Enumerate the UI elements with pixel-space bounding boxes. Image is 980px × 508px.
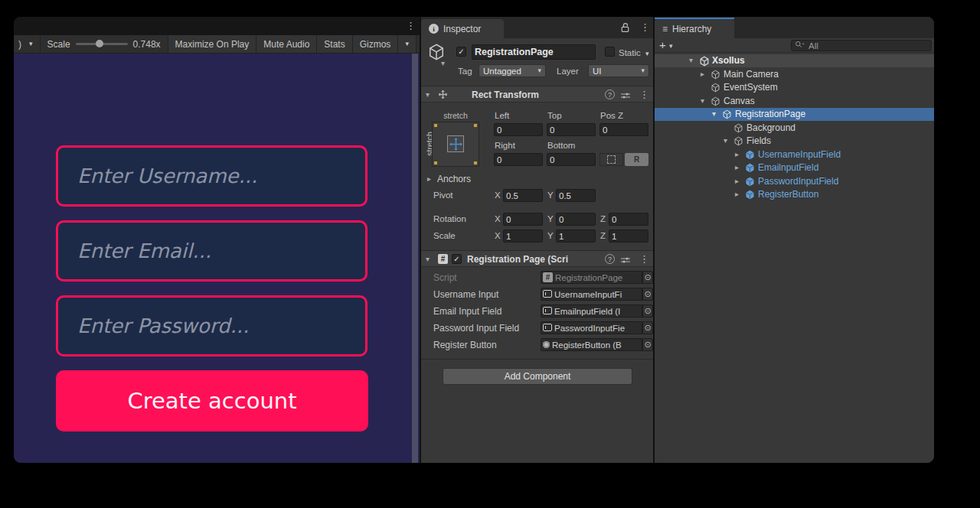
tree-row-selected[interactable]: ▾ RegistrationPage [655,108,934,121]
scale-x-field[interactable] [503,230,543,243]
pivot-y-field[interactable] [556,189,596,202]
create-account-button[interactable]: Create account [56,370,368,431]
anchor-dot [434,161,437,164]
rect-transform-header[interactable]: ▾ Rect Transform ? ⋮ [421,86,653,103]
foldout-arrow[interactable]: ▸ [735,190,743,198]
component-enabled-checkbox[interactable]: ✓ [452,254,462,264]
tree-row[interactable]: ▾ Canvas [655,95,934,108]
object-picker-icon[interactable]: ⊙ [642,288,653,301]
inspector-tabbar: i Inspector ⋮ [421,17,653,38]
password-input-field[interactable] [56,295,368,357]
mute-audio-button[interactable]: Mute Audio [256,35,317,53]
object-picker-icon[interactable]: ⊙ [642,321,653,334]
game-vertical-scrollbar[interactable] [412,54,418,463]
static-dropdown-icon[interactable]: ▾ [645,50,649,57]
create-dropdown-icon[interactable]: ▾ [669,43,673,50]
scale-y-field[interactable] [556,230,596,243]
active-checkbox[interactable]: ✓ [456,47,466,57]
tree-row-scene[interactable]: ▾ Xsollus [655,54,934,67]
tag-dropdown[interactable]: Untagged ▾ [479,64,546,77]
chevron-down-icon: ▾ [29,41,33,47]
foldout-arrow[interactable]: ▸ [735,151,743,158]
maximize-on-play-button[interactable]: Maximize On Play [168,35,257,53]
scale-z-field[interactable] [609,230,648,243]
tree-row-prefab[interactable]: ▸ EmailnputField [655,161,934,174]
gizmos-dropdown[interactable]: ▾ [398,35,416,53]
rotation-z-field[interactable] [609,213,648,226]
posz-field[interactable] [599,123,648,136]
gameobject-name-field[interactable] [472,44,596,60]
game-pane-menu-icon[interactable]: ⋮ [406,21,416,31]
top-field[interactable] [547,123,596,136]
tree-row-prefab[interactable]: ▸ RegisterButton [655,188,934,201]
foldout-arrow[interactable]: ▾ [689,57,697,64]
left-field[interactable] [494,123,543,136]
search-filter-label: All [808,41,818,50]
tree-item-label: Main Camera [724,69,779,80]
email-object-field[interactable]: EmailnputField (I [541,304,642,318]
foldout-arrow[interactable]: ▸ [701,70,708,78]
presets-icon[interactable] [621,91,630,102]
anchors-foldout-arrow[interactable]: ▸ [427,175,435,183]
component-menu-icon[interactable]: ⋮ [639,90,649,99]
create-button[interactable]: + [659,38,666,51]
active-tab-indicator [655,18,734,19]
tab-hierarchy[interactable]: ≡ Hierarchy [655,19,734,38]
scale-slider-knob[interactable] [96,40,103,47]
tree-row[interactable]: Background [655,122,934,135]
object-picker-icon[interactable]: ⊙ [642,304,653,318]
inspector-menu-icon[interactable]: ⋮ [640,22,650,32]
foldout-arrow[interactable]: ▸ [735,177,743,185]
stats-button[interactable]: Stats [317,35,352,53]
scale-slider[interactable] [76,43,128,45]
password-input[interactable] [58,298,365,354]
foldout-arrow[interactable]: ▾ [712,110,720,118]
rotation-x-field[interactable] [503,213,543,226]
gizmos-button[interactable]: Gizmos [353,35,399,53]
username-input[interactable] [58,148,365,204]
email-input-field[interactable] [56,220,368,282]
raw-edit-mode-button[interactable]: R [625,153,648,166]
gameobject-icon [722,109,732,122]
tree-row-prefab[interactable]: ▸ PasswordInputField [655,175,934,188]
lock-icon[interactable] [620,22,630,35]
tag-label: Tag [458,67,472,76]
email-input[interactable] [58,223,365,279]
blueprint-mode-button[interactable] [599,153,623,166]
presets-icon[interactable] [621,256,630,266]
add-component-button[interactable]: Add Component [443,368,632,385]
object-picker-icon[interactable]: ⊙ [642,338,653,351]
help-icon[interactable]: ? [605,254,615,264]
foldout-arrow[interactable]: ▾ [426,91,433,99]
username-object-field[interactable]: UsernameInputFi [541,288,642,301]
script-object-field[interactable]: # RegistrationPage [541,271,642,284]
anchor-preset-widget[interactable] [432,122,479,167]
component-menu-icon[interactable]: ⋮ [639,254,649,264]
static-checkbox[interactable] [605,47,615,57]
foldout-arrow[interactable]: ▾ [426,256,433,263]
pivot-x-field[interactable] [503,189,543,202]
foldout-arrow[interactable]: ▾ [724,137,731,145]
rotation-y-field[interactable] [556,213,596,226]
username-input-field[interactable] [56,145,368,207]
object-picker-icon[interactable]: ⊙ [642,271,653,284]
help-icon[interactable]: ? [605,90,615,99]
tree-row[interactable]: ▸ Main Camera [655,68,934,81]
stretch-arrows-icon [449,138,462,151]
hierarchy-search-field[interactable]: All [791,40,932,51]
script-component-header[interactable]: ▾ # ✓ Registration Page (Scri ? ⋮ [421,250,653,267]
password-object-field[interactable]: PasswordInputFie [541,321,642,334]
tree-row[interactable]: ▾ Fields [655,135,934,148]
register-button-object-field[interactable]: RegisterButton (B [541,338,642,351]
tree-row-prefab[interactable]: ▸ UsernameInputField [655,148,934,161]
gameobject-icon-caret[interactable]: ▾ [441,60,449,67]
bottom-field[interactable] [547,153,596,166]
foldout-arrow[interactable]: ▸ [735,164,743,171]
foldout-arrow[interactable]: ▾ [701,97,708,105]
display-dropdown[interactable]: ) ▾ [14,35,41,53]
script-row-label: Password Input Field [433,323,519,334]
layer-dropdown[interactable]: UI ▾ [588,64,649,77]
right-field[interactable] [494,153,543,166]
tree-row[interactable]: EventSystem [655,81,934,94]
tab-inspector[interactable]: i Inspector [421,19,504,38]
